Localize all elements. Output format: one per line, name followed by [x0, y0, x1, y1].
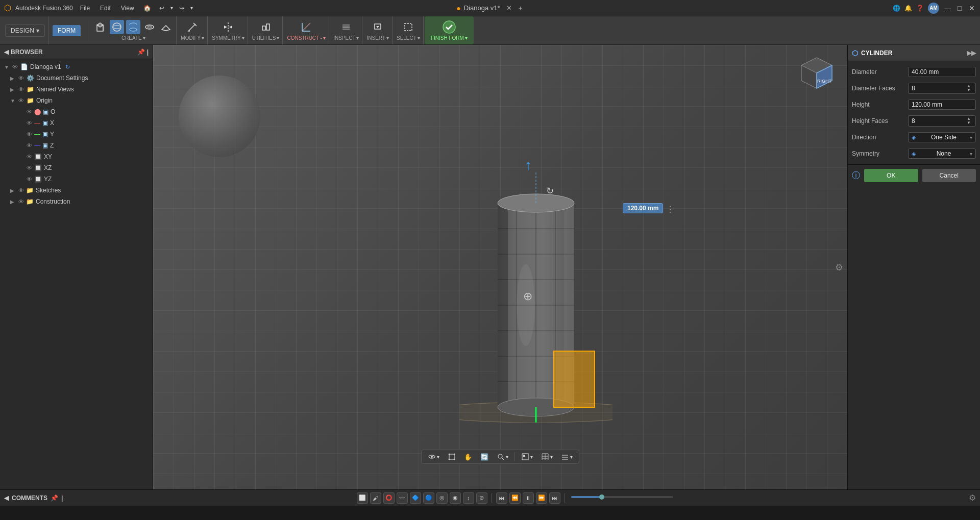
select-invert-icon[interactable]: ⊘ — [476, 492, 487, 504]
redo-arrow[interactable]: ▾ — [190, 5, 193, 11]
x-visibility[interactable]: 👁 — [27, 120, 32, 126]
nav-last-icon[interactable]: ⏭ — [549, 492, 560, 504]
menu-view[interactable]: View — [118, 4, 137, 13]
create-label[interactable]: CREATE ▾ — [121, 35, 145, 41]
z-visibility[interactable]: 👁 — [27, 142, 32, 148]
tab-close-icon[interactable]: ✕ — [506, 4, 512, 12]
redo-btn[interactable]: ↪ — [177, 4, 186, 13]
inspect-icon[interactable] — [339, 20, 353, 34]
tree-item-construction[interactable]: ▶ 👁 📁 Construction — [0, 196, 153, 207]
tree-item-x[interactable]: 👁 — ▣ X — [0, 117, 153, 129]
help-icon[interactable]: ❓ — [916, 5, 924, 12]
construct-icon[interactable] — [299, 20, 313, 34]
nav-first-icon[interactable]: ⏮ — [496, 492, 507, 504]
tree-item-yz[interactable]: 👁 🔲 YZ — [0, 174, 153, 185]
minimize-btn[interactable]: — — [943, 4, 951, 12]
tab-add-icon[interactable]: ＋ — [517, 4, 524, 13]
select-filter-lasso-icon[interactable]: ⭕ — [383, 492, 395, 504]
insert-label[interactable]: INSERT ▾ — [366, 35, 389, 41]
select-icon[interactable] — [401, 20, 415, 34]
select-filter-paint-icon[interactable]: 🖌 — [370, 492, 381, 504]
select-convert-icon[interactable]: ↕ — [463, 492, 474, 504]
modify-label[interactable]: MODIFY ▾ — [181, 35, 204, 41]
vp-pan-snap-icon[interactable] — [445, 451, 459, 462]
toolbar-home[interactable]: 🏠 — [141, 4, 153, 13]
select-filter-box-icon[interactable]: ⬜ — [357, 492, 368, 504]
browser-collapse-icon[interactable]: | — [147, 48, 149, 56]
nav-play-icon[interactable]: ⏸ — [523, 492, 534, 504]
browser-pin-icon[interactable]: 📌 — [137, 48, 145, 56]
y-visibility[interactable]: 👁 — [27, 131, 32, 137]
select-filter-ring-icon[interactable]: 🔵 — [423, 492, 434, 504]
sketches-visibility[interactable]: 👁 — [18, 187, 24, 193]
select-label[interactable]: SELECT ▾ — [397, 35, 420, 41]
center-move-handle[interactable]: ⊕ — [523, 290, 532, 303]
tree-item-root[interactable]: ▼ 👁 📄 Dianoga v1 ↻ — [0, 61, 153, 72]
vp-zoom-icon[interactable]: ▾ — [494, 451, 511, 462]
ok-button[interactable]: OK — [864, 169, 918, 182]
timeline-area[interactable] — [569, 492, 675, 504]
view-cube[interactable]: RIGHT — [796, 55, 837, 96]
comments-collapse-icon[interactable]: | — [61, 494, 63, 502]
viewport-canvas[interactable]: RIGHT — [153, 45, 847, 489]
create-sphere-icon[interactable] — [110, 20, 124, 34]
yz-visibility[interactable]: 👁 — [27, 176, 32, 182]
globe-icon[interactable]: 🌐 — [893, 5, 900, 12]
root-visibility-icon[interactable]: 👁 — [12, 64, 18, 70]
tree-item-z[interactable]: 👁 — ▣ Z — [0, 140, 153, 151]
diameter-faces-down[interactable]: ▼ — [965, 88, 972, 92]
up-arrow-handle[interactable]: ↑ — [525, 157, 532, 174]
menu-file[interactable]: File — [77, 4, 93, 13]
bell-icon[interactable]: 🔔 — [904, 5, 912, 12]
user-avatar[interactable]: AM — [928, 3, 939, 14]
nav-next-icon[interactable]: ⏩ — [536, 492, 547, 504]
xz-visibility[interactable]: 👁 — [27, 165, 32, 171]
create-box-icon[interactable] — [93, 20, 108, 34]
tree-item-y[interactable]: 👁 — ▣ Y — [0, 129, 153, 140]
direction-select[interactable]: ◈ One Side ▾ — [908, 132, 976, 142]
vp-hand-icon[interactable]: ✋ — [461, 452, 475, 462]
tree-item-xy[interactable]: 👁 🔲 XY — [0, 151, 153, 162]
height-value[interactable]: 120.00 mm — [908, 100, 976, 110]
named-views-visibility[interactable]: 👁 — [18, 86, 24, 92]
select-filter-freeform-icon[interactable]: 〰 — [397, 492, 408, 504]
finish-form-icon[interactable] — [442, 20, 456, 34]
rotate-handle[interactable]: ↻ — [546, 185, 554, 196]
create-torus-icon[interactable] — [142, 20, 157, 34]
select-grow-icon[interactable]: ◎ — [436, 492, 448, 504]
create-plane-icon[interactable] — [159, 20, 173, 34]
vp-view-settings-icon[interactable]: ▾ — [558, 451, 576, 462]
diameter-faces-value[interactable]: 8 ▲ ▼ — [908, 83, 976, 94]
create-cylinder-icon[interactable] — [126, 20, 140, 34]
utilities-label[interactable]: UTILITIES ▾ — [252, 35, 280, 41]
symmetry-select[interactable]: ◈ None ▾ — [908, 148, 976, 159]
height-faces-value[interactable]: 8 ▲ ▼ — [908, 115, 976, 127]
tree-item-o[interactable]: 👁 ⬤ ▣ O — [0, 106, 153, 117]
symmetry-icon[interactable] — [221, 20, 235, 34]
height-faces-stepper[interactable]: ▲ ▼ — [965, 117, 972, 125]
comments-pin-icon[interactable]: 📌 — [51, 494, 58, 502]
comments-back-icon[interactable]: ◀ — [4, 494, 9, 502]
select-shrink-icon[interactable]: ◉ — [450, 492, 461, 504]
o-visibility[interactable]: 👁 — [27, 109, 32, 115]
diameter-faces-stepper[interactable]: ▲ ▼ — [965, 84, 972, 92]
vp-display-mode-icon[interactable]: ▾ — [518, 451, 536, 462]
xy-visibility[interactable]: 👁 — [27, 154, 32, 160]
tree-item-origin[interactable]: ▼ 👁 📁 Origin — [0, 95, 153, 106]
select-filter-edge-icon[interactable]: 🔷 — [410, 492, 421, 504]
inspect-label[interactable]: INSPECT ▾ — [333, 35, 359, 41]
symmetry-label[interactable]: SYMMETRY ▾ — [212, 35, 244, 41]
maximize-btn[interactable]: □ — [955, 4, 964, 12]
vp-orbit-icon[interactable]: ▾ — [425, 451, 443, 462]
menu-edit[interactable]: Edit — [97, 4, 114, 13]
viewport[interactable]: RIGHT — [153, 45, 847, 489]
browser-back-icon[interactable]: ◀ — [4, 48, 9, 56]
insert-icon[interactable] — [371, 20, 385, 34]
close-btn[interactable]: ✕ — [968, 4, 976, 12]
undo-btn[interactable]: ↩ — [157, 4, 166, 13]
nav-prev-icon[interactable]: ⏪ — [509, 492, 521, 504]
diameter-value[interactable]: 40.00 mm — [908, 67, 976, 77]
vp-grid-icon[interactable]: ▾ — [538, 451, 556, 462]
vp-orbit2-icon[interactable]: 🔄 — [477, 452, 492, 462]
tree-item-named-views[interactable]: ▶ 👁 📁 Named Views — [0, 84, 153, 95]
